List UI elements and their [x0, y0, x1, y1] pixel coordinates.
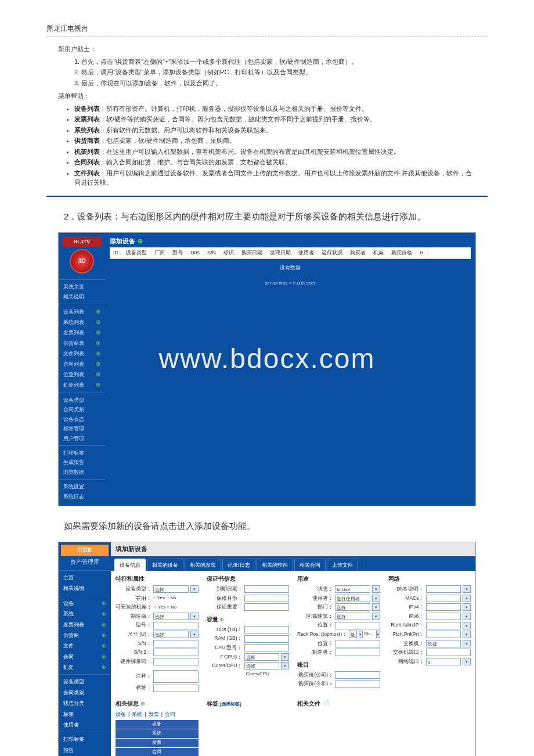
- nav-item[interactable]: 供货商表⊕: [59, 338, 105, 348]
- input[interactable]: [244, 644, 290, 651]
- nav-item[interactable]: 用户管理: [59, 434, 105, 443]
- nav-item[interactable]: 合同列表⊕: [59, 359, 105, 369]
- nav-item[interactable]: 打印标签: [59, 448, 105, 458]
- add-icon[interactable]: ⊕: [140, 700, 145, 707]
- expand-icon[interactable]: ⊕: [219, 616, 224, 622]
- input[interactable]: 选择: [335, 603, 370, 611]
- nav-item[interactable]: 位置列表⊕: [59, 369, 105, 380]
- tab-2[interactable]: 相关的发票: [185, 559, 221, 571]
- dropdown-icon[interactable]: ▾: [463, 595, 471, 602]
- dropdown-icon[interactable]: ▾: [190, 585, 199, 593]
- tab-0[interactable]: 设备信息: [114, 559, 146, 571]
- input[interactable]: [426, 595, 461, 602]
- nav-item[interactable]: 机架列表⊕: [59, 380, 105, 390]
- nav-item[interactable]: 使用者: [59, 719, 111, 730]
- dropdown-icon[interactable]: ▾: [463, 603, 471, 611]
- input[interactable]: [426, 603, 461, 611]
- dropdown-icon[interactable]: ▾: [190, 631, 199, 638]
- input[interactable]: [426, 622, 461, 629]
- input[interactable]: In Use: [335, 585, 370, 593]
- input[interactable]: [153, 622, 199, 629]
- nav-item[interactable]: 系统设置: [59, 482, 105, 491]
- input[interactable]: [335, 649, 380, 656]
- nav-item[interactable]: 文件列表⊕: [59, 348, 105, 359]
- nav-item[interactable]: 发票列表⊕: [59, 327, 105, 338]
- nav-item[interactable]: 系统⊕: [59, 609, 111, 619]
- dropdown-icon[interactable]: ▾: [463, 613, 471, 620]
- input[interactable]: [426, 613, 461, 620]
- nav-item[interactable]: 系统主页: [59, 282, 105, 291]
- dropdown-icon[interactable]: ▾: [359, 631, 363, 638]
- nav-item[interactable]: 设备状态: [59, 415, 105, 424]
- input[interactable]: 选择: [153, 631, 189, 638]
- choose-tag-link[interactable]: [选择标签]: [219, 701, 241, 707]
- input[interactable]: [244, 626, 290, 633]
- nav-item[interactable]: 设备列表⊕: [59, 307, 105, 317]
- nav-item[interactable]: 文件⊕: [59, 640, 111, 651]
- input[interactable]: [244, 603, 290, 611]
- dropdown-icon[interactable]: ▾: [463, 640, 471, 647]
- notes-textarea[interactable]: [153, 670, 199, 683]
- input[interactable]: [426, 585, 461, 593]
- input[interactable]: [335, 622, 380, 629]
- nav-item[interactable]: 设备⊕: [59, 598, 111, 609]
- input[interactable]: 选择: [153, 613, 189, 620]
- nav-item[interactable]: 主页: [59, 573, 111, 583]
- nav-item[interactable]: 合同类别: [59, 405, 105, 414]
- dropdown-icon[interactable]: ▾: [463, 585, 471, 593]
- input[interactable]: 0: [426, 658, 461, 665]
- dropdown-icon[interactable]: ▾: [281, 653, 289, 661]
- nav-item[interactable]: 合同类别: [59, 687, 111, 698]
- nav-item[interactable]: 标签管理: [59, 424, 105, 433]
- nav-item[interactable]: 打印标签: [59, 734, 111, 744]
- file-icon[interactable]: 📄: [322, 700, 329, 707]
- nav-item[interactable]: 系统日志: [59, 492, 105, 501]
- nav-item[interactable]: 相关说明: [59, 583, 111, 593]
- nav-item[interactable]: 标签: [59, 709, 111, 719]
- dropdown-icon[interactable]: ▾: [372, 595, 380, 602]
- nav-item[interactable]: 生成报告: [59, 458, 105, 467]
- input[interactable]: [335, 640, 380, 647]
- nav-item[interactable]: 供货商⊕: [59, 630, 111, 640]
- input[interactable]: [244, 595, 290, 602]
- input[interactable]: 选择: [244, 653, 280, 661]
- tab-5[interactable]: 相关合同: [294, 559, 326, 571]
- tab-1[interactable]: 相关的设备: [147, 559, 183, 571]
- nav-item[interactable]: 相关说明: [59, 292, 105, 301]
- add-icon[interactable]: ⊕: [138, 236, 143, 247]
- input[interactable]: [244, 585, 290, 593]
- input[interactable]: [153, 640, 199, 647]
- nav-item[interactable]: 合同⊕: [59, 651, 111, 662]
- input[interactable]: 选择: [153, 585, 189, 593]
- dropdown-icon[interactable]: ▾: [372, 603, 380, 611]
- input[interactable]: [153, 649, 199, 656]
- dropdown-icon[interactable]: ▾: [190, 613, 199, 620]
- nav-item[interactable]: 系统列表⊕: [59, 317, 105, 327]
- input[interactable]: [426, 649, 471, 656]
- nav-item[interactable]: 设备类型: [59, 395, 105, 405]
- dropdown-icon[interactable]: ▾: [463, 658, 471, 665]
- input[interactable]: 选择使用者: [335, 595, 370, 602]
- dropdown-icon[interactable]: ▾: [281, 662, 289, 669]
- tab-3[interactable]: 记录/日志: [222, 559, 255, 571]
- nav-item[interactable]: 状态分类: [59, 698, 111, 708]
- tags-input[interactable]: [153, 685, 199, 692]
- nav-item[interactable]: 报告: [59, 745, 111, 755]
- input[interactable]: [426, 631, 461, 638]
- nav-item[interactable]: 机架⊕: [59, 662, 111, 672]
- dropdown-icon[interactable]: ▾: [372, 585, 380, 593]
- nav-item[interactable]: 发票列表⊕: [59, 620, 111, 630]
- input[interactable]: 选择: [349, 631, 357, 638]
- dropdown-icon[interactable]: ▾: [463, 622, 471, 629]
- input[interactable]: 选择 Cores/CPU: [244, 662, 280, 669]
- tab-6[interactable]: 上传文件: [327, 559, 358, 571]
- input[interactable]: [244, 635, 290, 643]
- input[interactable]: 选择: [426, 640, 461, 647]
- input[interactable]: 选择: [335, 613, 370, 620]
- dropdown-icon[interactable]: ▾: [463, 631, 471, 638]
- nav-item[interactable]: 设备类型: [59, 676, 111, 687]
- dropdown-icon[interactable]: ▾: [372, 613, 380, 620]
- tab-4[interactable]: 相关的软件: [257, 559, 293, 571]
- input[interactable]: [153, 658, 199, 665]
- nav-item[interactable]: 浏览数据: [59, 467, 105, 477]
